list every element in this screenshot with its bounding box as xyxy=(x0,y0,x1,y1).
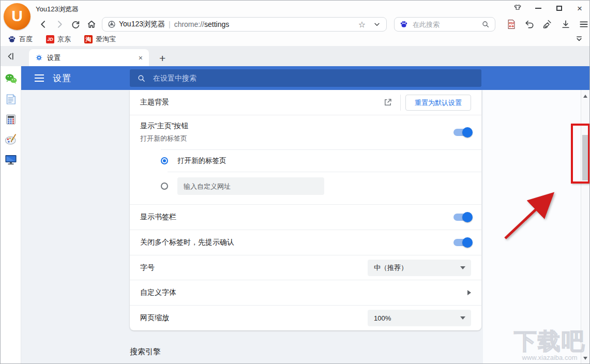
page-zoom-select[interactable]: 100% xyxy=(368,310,471,326)
home-button[interactable] xyxy=(86,19,97,30)
bookmark-label: 百度 xyxy=(19,35,33,44)
toolbar-search-input[interactable] xyxy=(412,20,481,29)
row-option-custom-url[interactable] xyxy=(130,172,481,200)
row-page-zoom: 网页缩放 100% xyxy=(130,305,481,330)
page-zoom-label: 网页缩放 xyxy=(140,313,169,323)
settings-search-input[interactable] xyxy=(152,73,474,83)
tab-close-icon[interactable]: × xyxy=(139,54,143,62)
back-button[interactable] xyxy=(38,19,49,30)
maximize-button[interactable] xyxy=(554,4,564,13)
show-bookmarks-toggle[interactable] xyxy=(453,214,471,221)
collapse-sidebar-icon[interactable] xyxy=(5,50,17,63)
browser-window: U You123浏览器 × xyxy=(0,0,590,364)
row-custom-fonts[interactable]: 自定义字体 xyxy=(130,280,481,305)
window-title: You123浏览器 xyxy=(36,5,79,14)
confirm-close-toggle[interactable] xyxy=(453,239,471,246)
search-engine-section-title: 搜索引擎 xyxy=(130,347,483,357)
settings-menu-icon[interactable] xyxy=(35,74,44,82)
settings-scroll-area: 主题背景 重置为默认设置 显示“主页”按钮 打开新的标签页 xyxy=(21,90,483,364)
pdf-tool-icon[interactable]: PDF xyxy=(506,19,517,30)
cleaner-broom-icon[interactable] xyxy=(542,19,553,30)
taobao-icon: 淘 xyxy=(84,35,93,43)
row-font-size: 字号 中（推荐） xyxy=(130,255,481,280)
confirm-close-label: 关闭多个标签时，先提示确认 xyxy=(140,238,234,247)
window-controls: × xyxy=(513,1,584,16)
theme-label: 主题背景 xyxy=(140,98,169,107)
forward-button[interactable] xyxy=(54,19,65,30)
main-menu-icon[interactable] xyxy=(578,19,589,30)
wechat-icon[interactable] xyxy=(4,72,18,86)
gear-icon xyxy=(35,54,43,62)
bookmark-star-icon[interactable]: ☆ xyxy=(358,20,366,29)
chevron-right-icon xyxy=(467,290,471,295)
option-new-tab-label: 打开新的标签页 xyxy=(177,156,226,165)
radio-custom-url[interactable] xyxy=(161,183,168,190)
search-magnifier-icon[interactable] xyxy=(481,20,490,28)
bookmark-baidu[interactable]: 百度 xyxy=(8,35,33,44)
bookmarks-bar: 百度 JD 京东 淘 爱淘宝 xyxy=(1,33,589,46)
font-size-label: 字号 xyxy=(140,263,155,272)
row-option-new-tab[interactable]: 打开新的标签页 xyxy=(130,150,481,172)
radio-new-tab[interactable] xyxy=(161,157,168,164)
baidu-paw-icon xyxy=(8,35,16,43)
settings-header: 设置 xyxy=(21,66,589,90)
skin-theme-icon[interactable] xyxy=(513,4,522,13)
paint-palette-icon[interactable] xyxy=(4,133,18,146)
show-bookmarks-label: 显示书签栏 xyxy=(140,213,176,222)
annotation-arrow xyxy=(496,186,566,244)
titlebar: U You123浏览器 × xyxy=(1,1,589,16)
bookmark-jd[interactable]: JD 京东 xyxy=(46,35,71,44)
settings-search-box[interactable] xyxy=(130,69,481,87)
home-button-toggle[interactable] xyxy=(453,129,471,136)
home-button-sublabel: 打开新的标签页 xyxy=(140,134,188,143)
minimize-button[interactable] xyxy=(534,4,543,13)
scroll-up-icon[interactable] xyxy=(583,95,587,98)
bookmark-label: 爱淘宝 xyxy=(96,35,116,44)
toolbar-search-box[interactable] xyxy=(394,17,495,32)
toolbar-actions: PDF xyxy=(506,19,589,30)
settings-title: 设置 xyxy=(53,72,71,84)
bookmarks-overflow-icon[interactable] xyxy=(574,34,584,44)
row-confirm-close[interactable]: 关闭多个标签时，先提示确认 xyxy=(130,230,481,255)
calculator-icon[interactable] xyxy=(4,113,18,126)
tab-strip: 设置 × + xyxy=(1,46,589,66)
row-show-bookmarks[interactable]: 显示书签栏 xyxy=(130,204,481,230)
download-icon[interactable] xyxy=(560,19,571,30)
appearance-card: 主题背景 重置为默认设置 显示“主页”按钮 打开新的标签页 xyxy=(130,90,481,330)
tab-settings[interactable]: 设置 × xyxy=(29,49,149,66)
address-separator: | xyxy=(169,20,171,28)
page-favicon-icon xyxy=(108,20,116,28)
undo-icon[interactable] xyxy=(524,19,535,30)
reset-default-button[interactable]: 重置为默认设置 xyxy=(405,95,471,111)
custom-url-input[interactable] xyxy=(177,177,324,195)
address-dropdown-icon[interactable] xyxy=(373,20,381,28)
tab-label: 设置 xyxy=(47,53,134,63)
address-site-name: You123浏览器 xyxy=(119,20,165,29)
home-button-label: 显示“主页”按钮 xyxy=(140,122,188,131)
address-bar[interactable]: You123浏览器 | chrome://settings ☆ xyxy=(102,17,387,32)
notes-document-icon[interactable] xyxy=(4,93,18,106)
external-link-icon xyxy=(383,98,392,107)
toolbar: You123浏览器 | chrome://settings ☆ PDF xyxy=(1,16,589,33)
baidu-icon xyxy=(400,20,408,28)
address-url-scheme: chrome:// xyxy=(174,20,204,28)
bookmark-taobao[interactable]: 淘 爱淘宝 xyxy=(84,35,116,44)
settings-search-icon xyxy=(137,74,146,83)
new-tab-button[interactable]: + xyxy=(157,53,168,64)
annotation-highlight-box xyxy=(571,124,590,184)
bookmark-label: 京东 xyxy=(57,35,71,44)
address-url-path: settings xyxy=(204,20,229,28)
font-size-select[interactable]: 中（推荐） xyxy=(368,260,471,276)
close-button[interactable]: × xyxy=(575,4,584,13)
row-home-button[interactable]: 显示“主页”按钮 打开新的标签页 xyxy=(130,115,481,149)
scroll-down-icon[interactable] xyxy=(583,357,587,360)
custom-fonts-label: 自定义字体 xyxy=(140,288,176,297)
row-theme[interactable]: 主题背景 重置为默认设置 xyxy=(130,90,481,115)
row-divider xyxy=(400,95,401,111)
svg-text:PDF: PDF xyxy=(509,22,515,25)
side-rail xyxy=(1,66,21,364)
jd-icon: JD xyxy=(46,35,54,43)
refresh-button[interactable] xyxy=(70,19,81,30)
app-logo-icon: U xyxy=(4,3,31,30)
monitor-icon[interactable] xyxy=(4,153,18,166)
